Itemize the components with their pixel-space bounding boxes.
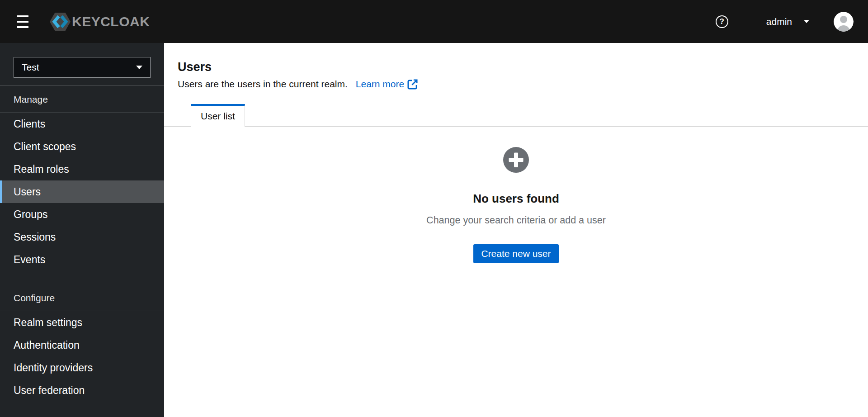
sidebar-item-clients[interactable]: Clients: [0, 113, 164, 135]
sidebar-item-user-federation[interactable]: User federation: [0, 379, 164, 402]
main-content: Users Users are the users in the current…: [164, 43, 868, 417]
masthead: KEYCLOAK ? admin: [0, 0, 868, 43]
user-avatar-icon: [834, 12, 854, 32]
page-header: Users Users are the users in the current…: [164, 43, 868, 90]
realm-selector-value: Test: [22, 62, 39, 73]
sidebar-item-groups[interactable]: Groups: [0, 203, 164, 226]
avatar[interactable]: [834, 12, 854, 32]
page-description: Users are the users in the current realm…: [178, 79, 348, 90]
sidebar-item-events[interactable]: Events: [0, 248, 164, 271]
page-title: Users: [178, 60, 868, 74]
create-new-user-button[interactable]: Create new user: [473, 244, 558, 263]
external-link-icon: [407, 79, 418, 90]
chevron-down-icon: [136, 66, 142, 69]
sidebar: Test Manage Clients Client scopes Realm …: [0, 43, 164, 417]
sidebar-item-client-scopes[interactable]: Client scopes: [0, 135, 164, 158]
plus-circle-icon: [503, 147, 529, 173]
brand-text: KEYCLOAK: [72, 14, 150, 29]
sidebar-item-sessions[interactable]: Sessions: [0, 226, 164, 248]
sidebar-item-realm-roles[interactable]: Realm roles: [0, 158, 164, 180]
keycloak-hexagon-icon: [50, 13, 71, 31]
nav-section-configure: Configure Realm settings Authentication …: [0, 284, 164, 402]
username-label: admin: [766, 16, 792, 27]
sidebar-item-identity-providers[interactable]: Identity providers: [0, 356, 164, 379]
keycloak-logo: KEYCLOAK: [50, 13, 150, 31]
sidebar-item-authentication[interactable]: Authentication: [0, 334, 164, 356]
empty-state: No users found Change your search criter…: [164, 147, 868, 263]
empty-state-body: Change your search criteria or add a use…: [426, 215, 606, 226]
sidebar-item-realm-settings[interactable]: Realm settings: [0, 311, 164, 334]
help-icon[interactable]: ?: [716, 15, 728, 28]
learn-more-label: Learn more: [356, 79, 404, 90]
realm-selector[interactable]: Test: [14, 57, 151, 78]
sidebar-item-users[interactable]: Users: [0, 180, 164, 203]
learn-more-link[interactable]: Learn more: [356, 79, 418, 90]
user-dropdown[interactable]: admin: [766, 16, 809, 27]
nav-section-manage: Manage Clients Client scopes Realm roles…: [0, 86, 164, 271]
tab-strip: User list: [164, 104, 868, 127]
empty-state-title: No users found: [473, 192, 559, 206]
tab-user-list[interactable]: User list: [191, 104, 245, 127]
hamburger-menu-icon[interactable]: [14, 14, 32, 29]
nav-section-title-manage: Manage: [0, 86, 164, 113]
masthead-actions: ? admin: [716, 12, 854, 32]
nav-section-title-configure: Configure: [0, 284, 164, 311]
chevron-down-icon: [804, 20, 809, 23]
